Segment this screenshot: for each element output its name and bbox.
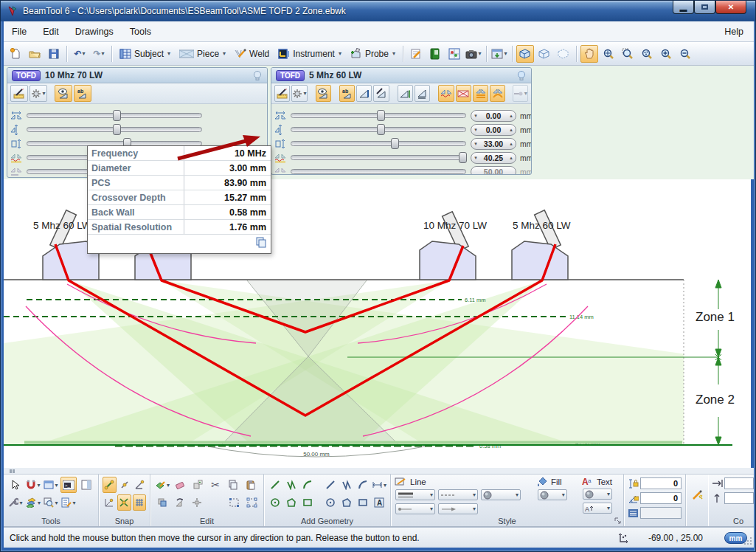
add-circle-button[interactable]: [268, 494, 282, 511]
style-expander-icon[interactable]: [614, 517, 621, 524]
drawing-list-button[interactable]: ▾: [60, 494, 77, 511]
visibility-button[interactable]: [316, 85, 331, 102]
resize-grip[interactable]: [743, 537, 752, 545]
height-measure-button[interactable]: [415, 85, 430, 102]
maximize-button[interactable]: [694, 1, 715, 14]
text-color-select[interactable]: ▾: [583, 489, 612, 500]
add-rectangle-button[interactable]: [300, 494, 315, 511]
view-3d-wireframe-button[interactable]: [535, 45, 553, 63]
disabled-dropdown[interactable]: ▾: [513, 85, 528, 102]
snap-grid-button[interactable]: [133, 494, 146, 511]
copy-button[interactable]: [225, 477, 241, 493]
select-nodes-button[interactable]: [243, 494, 260, 511]
title-bar[interactable]: BeamTool 6 - C:\Users\pclark\Documents\E…: [1, 1, 756, 21]
preset-field[interactable]: [640, 507, 682, 519]
y-offset-field[interactable]: [724, 492, 754, 504]
snap-midpoint-button[interactable]: [118, 477, 131, 493]
new-file-button[interactable]: [7, 45, 24, 63]
calibration-button[interactable]: [445, 45, 463, 63]
menu-drawings[interactable]: Drawings: [67, 22, 122, 41]
tofd-panel-left-header[interactable]: TOFD 10 Mhz 70 LW: [7, 68, 267, 83]
layers-button[interactable]: ▾: [25, 494, 41, 511]
arrow-start-select[interactable]: ▾: [395, 503, 435, 514]
save-button[interactable]: [45, 45, 63, 63]
zoom-extents-button[interactable]: [600, 45, 617, 63]
zone-dimension[interactable]: [715, 280, 721, 445]
show-beams-button[interactable]: [438, 85, 454, 102]
snap-angle-button[interactable]: [133, 477, 146, 493]
lightbulb-icon[interactable]: [516, 70, 527, 81]
line-dash-select[interactable]: ▾: [438, 489, 478, 500]
lateral-offset-slider[interactable]: [291, 113, 466, 118]
add-polygon-blue-button[interactable]: [339, 494, 354, 511]
flip-slider[interactable]: [291, 127, 466, 132]
menu-edit[interactable]: Edit: [35, 22, 67, 41]
snapshot-button[interactable]: ▾: [465, 45, 482, 63]
zone1-label[interactable]: Zone 1: [696, 310, 735, 324]
add-polyline-button[interactable]: [284, 477, 299, 493]
add-line-button[interactable]: [268, 477, 282, 493]
show-depth-lines-button[interactable]: [473, 85, 488, 102]
sketch-button[interactable]: [690, 487, 704, 503]
zoom-region-button[interactable]: ▾: [43, 494, 59, 511]
line-weight-select[interactable]: ▾: [395, 489, 435, 500]
eraser-button[interactable]: [172, 477, 188, 493]
measure-button[interactable]: [274, 85, 290, 102]
wedge-label-button[interactable]: [373, 85, 389, 102]
settings-dropdown[interactable]: ▾: [291, 85, 307, 102]
console-button[interactable]: >_: [60, 477, 77, 493]
flip-slider[interactable]: [27, 127, 202, 132]
snap-axis-button[interactable]: [103, 494, 116, 511]
range-slider[interactable]: [291, 169, 466, 174]
notebook-button[interactable]: [426, 45, 444, 63]
lateral-offset-slider[interactable]: [27, 113, 202, 118]
add-polygon-button[interactable]: [284, 494, 299, 511]
side-panel-button[interactable]: [78, 477, 94, 493]
snap-endpoint-button[interactable]: [103, 477, 117, 493]
x-offset-field[interactable]: [724, 477, 754, 489]
lateral-offset-spinner[interactable]: ▾0.00▴: [471, 110, 516, 122]
add-line-blue-button[interactable]: [323, 477, 338, 493]
show-crossover-button[interactable]: [456, 85, 471, 102]
add-circle-blue-button[interactable]: [323, 494, 338, 511]
line-color-select[interactable]: ▾: [481, 489, 521, 500]
depth-slider[interactable]: [291, 141, 466, 146]
redo-button[interactable]: ↷▾: [90, 45, 108, 63]
focus-slider[interactable]: [291, 155, 466, 160]
close-button[interactable]: ✕: [715, 1, 746, 14]
index-measure-button[interactable]: [398, 85, 413, 102]
panel-layout-button[interactable]: ▾: [490, 45, 508, 63]
add-arc-button[interactable]: [300, 477, 315, 493]
depth-spinner[interactable]: ▾33.00▴: [471, 138, 516, 150]
labels-button[interactable]: ab: [339, 85, 355, 102]
show-arc-button[interactable]: [490, 85, 505, 102]
settings-dropdown[interactable]: ▾: [30, 85, 47, 102]
bring-forward-button[interactable]: [154, 494, 170, 511]
add-dimension-button[interactable]: ▾: [372, 477, 386, 493]
select-tool-button[interactable]: [7, 477, 24, 493]
zoom-in-button[interactable]: [657, 45, 675, 63]
options-button[interactable]: ▾: [7, 494, 24, 511]
minimize-button[interactable]: ▬: [673, 1, 694, 14]
length-field[interactable]: [640, 477, 682, 489]
piece-dropdown[interactable]: Piece▾: [176, 45, 229, 63]
add-polyline-blue-button[interactable]: [339, 477, 354, 493]
zoom-selected-button[interactable]: [638, 45, 656, 63]
notes-button[interactable]: [407, 45, 425, 63]
ribbon-splitter[interactable]: [4, 468, 754, 475]
width-dimension-arc[interactable]: 50.00 mm: [200, 445, 433, 458]
view-3d-hidden-button[interactable]: [555, 45, 572, 63]
subject-dropdown[interactable]: Subject▾: [116, 45, 174, 63]
angle-label-button[interactable]: [356, 85, 372, 102]
zoom-window-button[interactable]: [619, 45, 637, 63]
weld-button[interactable]: Weld: [231, 45, 273, 63]
lightbulb-icon[interactable]: [252, 70, 263, 81]
select-group-button[interactable]: [226, 494, 243, 511]
resize-button[interactable]: [190, 477, 206, 493]
magnet-tool-button[interactable]: ▾: [25, 477, 41, 493]
menu-help[interactable]: Help: [714, 22, 754, 41]
add-text-button[interactable]: A: [372, 494, 386, 511]
move-center-button[interactable]: [189, 494, 205, 511]
visibility-button[interactable]: [55, 85, 72, 102]
measure-button[interactable]: [10, 85, 28, 102]
